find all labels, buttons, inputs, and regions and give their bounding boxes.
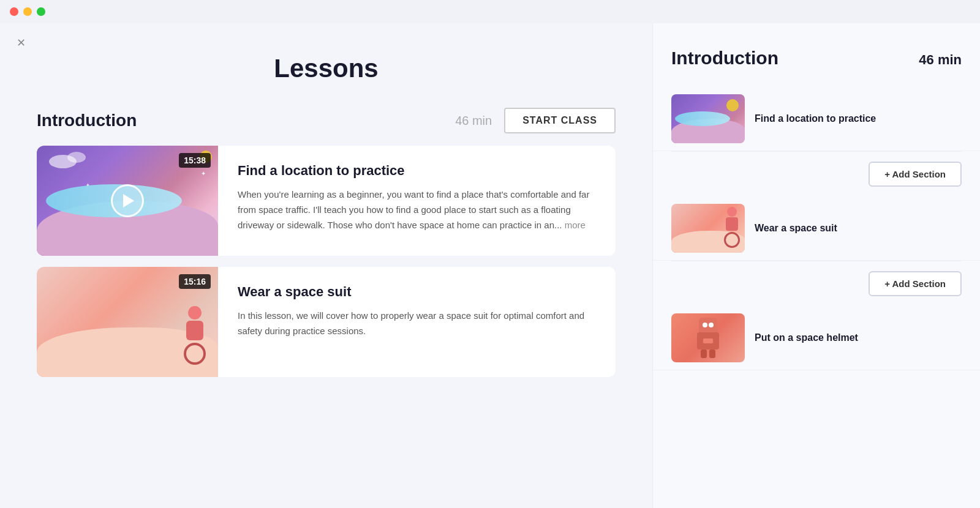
lesson-title-2: Wear a space suit (238, 284, 596, 300)
lesson-content-1: Find a location to practice When you're … (218, 146, 616, 256)
dot-yellow[interactable] (23, 7, 32, 16)
sidebar-thumb-3 (671, 313, 745, 362)
start-class-button[interactable]: START CLASS (504, 108, 616, 133)
section-duration: 46 min (455, 114, 492, 128)
sidebar-thumb-2 (671, 204, 745, 253)
lesson-description-2: In this lesson, we will cover how to pro… (238, 308, 596, 339)
sidebar-lesson-2[interactable]: Wear a space suit (653, 196, 980, 261)
close-button[interactable]: ✕ (12, 34, 29, 51)
sidebar-duration: 46 min (919, 52, 962, 68)
lesson-duration-2: 15:16 (179, 274, 211, 289)
sidebar-lesson-title-1: Find a location to practice (755, 112, 876, 125)
lesson-content-2: Wear a space suit In this lesson, we wil… (218, 267, 616, 377)
sidebar-lesson-3[interactable]: Put on a space helmet (653, 306, 980, 370)
section-header: Introduction 46 min START CLASS (37, 108, 616, 133)
titlebar (0, 0, 980, 23)
lesson-description-1: When you're learning as a beginner, you … (238, 187, 596, 233)
play-button-1[interactable] (111, 184, 144, 217)
sidebar-header: Introduction 46 min (653, 48, 980, 87)
sidebar-lesson-1[interactable]: Find a location to practice (653, 87, 980, 151)
lesson-title-1: Find a location to practice (238, 163, 596, 179)
section-title: Introduction (37, 111, 137, 130)
lesson-more-link-1[interactable]: more (565, 220, 586, 230)
lesson-card-2: 15:16 Wear a space suit In this lesson, … (37, 267, 616, 377)
left-panel: ✕ Lessons Introduction 46 min START CLAS… (0, 23, 652, 508)
sidebar-thumb-1 (671, 94, 745, 143)
add-section-button-1[interactable]: + Add Section (869, 162, 962, 187)
dot-green[interactable] (37, 7, 45, 16)
section-meta: 46 min START CLASS (455, 108, 616, 133)
lesson-thumb-1[interactable]: ✦ ✦ 15:38 (37, 146, 218, 256)
sidebar-lesson-title-2: Wear a space suit (755, 222, 837, 235)
right-sidebar: Introduction 46 min Find a location to p… (652, 23, 980, 508)
lesson-card: ✦ ✦ 15:38 Find a location to practice Wh… (37, 146, 616, 256)
lesson-duration-1: 15:38 (179, 153, 211, 168)
dot-red[interactable] (10, 7, 18, 16)
page-title: Lessons (37, 23, 616, 108)
add-section-row-1: + Add Section (653, 152, 980, 196)
sidebar-lesson-title-3: Put on a space helmet (755, 331, 858, 345)
sidebar-section-title: Introduction (671, 48, 778, 69)
add-section-button-2[interactable]: + Add Section (869, 271, 962, 296)
lesson-thumb-2[interactable]: 15:16 (37, 267, 218, 377)
main-layout: ✕ Lessons Introduction 46 min START CLAS… (0, 23, 980, 508)
add-section-row-2: + Add Section (653, 261, 980, 306)
